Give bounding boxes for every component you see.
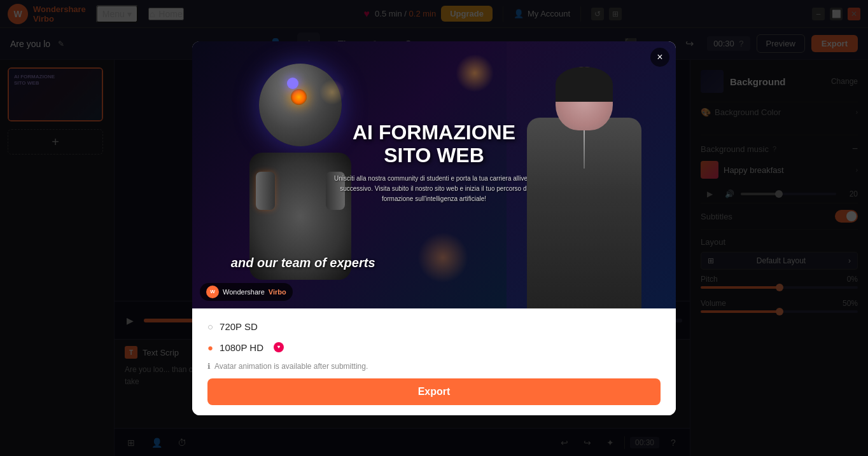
premium-badge: ♥	[274, 342, 284, 352]
resolution-options: ○ 720P SD ● 1080P HD ♥	[207, 319, 661, 362]
watermark-brand: Wondershare	[223, 288, 265, 296]
info-icon: ℹ	[207, 362, 211, 371]
modal-bottom: ○ 720P SD ● 1080P HD ♥ ℹ Avatar animatio…	[192, 308, 676, 415]
res-720-label: 720P SD	[220, 321, 258, 332]
robot-glow	[287, 78, 298, 89]
info-row: ℹ Avatar animation is available after su…	[207, 362, 661, 371]
avatar-figure	[521, 67, 648, 308]
modal-close-button[interactable]: ×	[650, 48, 669, 67]
radio-1080-icon: ●	[207, 342, 213, 353]
export-modal: AI FORMAZIONE SITO WEB Unisciti alla nos…	[192, 41, 676, 415]
resolution-1080-option[interactable]: ● 1080P HD ♥	[207, 340, 661, 356]
radio-720-icon: ○	[207, 321, 213, 332]
watermark-product: Virbo	[269, 288, 286, 296]
avatar-detail	[584, 130, 585, 169]
bokeh3	[319, 79, 345, 105]
virbo-logo-small: W	[206, 286, 219, 298]
resolution-720-option[interactable]: ○ 720P SD	[207, 319, 661, 335]
bokeh1	[456, 54, 494, 92]
modal-video: AI FORMAZIONE SITO WEB Unisciti alla nos…	[192, 41, 676, 308]
export-dialog-button[interactable]: Export	[207, 378, 661, 405]
robot-eye-right	[291, 89, 307, 105]
robot-arm-left	[256, 172, 275, 210]
modal-overlay: AI FORMAZIONE SITO WEB Unisciti alla nos…	[0, 0, 868, 456]
bokeh2	[417, 232, 468, 283]
avatar-body	[527, 118, 641, 308]
res-1080-label: 1080P HD	[220, 342, 263, 353]
overlay-cta: and our team of experts	[231, 256, 375, 270]
avatar-container	[492, 41, 676, 308]
virbo-watermark: W Wondershare Virbo	[200, 283, 293, 301]
info-text: Avatar animation is available after subm…	[214, 362, 368, 371]
avatar-hair	[556, 67, 613, 102]
